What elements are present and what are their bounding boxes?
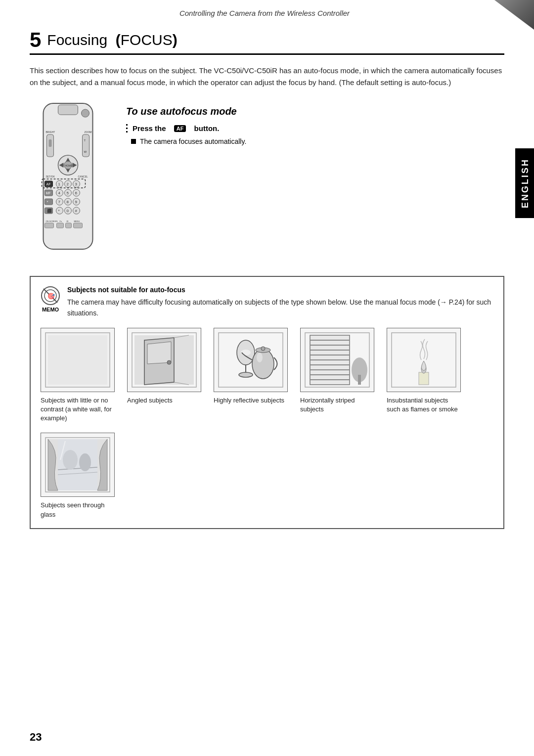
subject-label: Angled subjects [127, 396, 173, 405]
section-title-sub: FOCUS [121, 32, 173, 48]
subject-image-flame [387, 328, 461, 392]
svg-rect-94 [358, 375, 361, 385]
language-tab: ENGLISH [515, 148, 534, 218]
bullet-icon [131, 139, 136, 144]
list-item: Angled subjects [127, 328, 204, 423]
subject-image-door [127, 328, 201, 392]
memo-title: Subjects not suitable for auto-focus [67, 286, 493, 294]
remote-container: BRIGHT ZOOM T W [30, 101, 111, 261]
camera-focuses-text: The camera focuses automatically. [140, 137, 246, 145]
svg-text:W: W [84, 150, 87, 153]
memo-header: 🎯 MEMO Subjects not suitable for auto-fo… [41, 286, 493, 319]
svg-text:HOME: HOME [65, 164, 73, 167]
svg-text:1: 1 [58, 182, 61, 186]
svg-text:0: 0 [67, 209, 69, 213]
memo-content: Subjects not suitable for auto-focus The… [67, 286, 493, 319]
svg-text:6: 6 [75, 191, 78, 195]
main-content: 5 Focusing (FOCUS) This section describe… [30, 30, 504, 736]
svg-rect-57 [66, 223, 72, 228]
section-title: Focusing (FOCUS) [47, 32, 177, 48]
memo-box: 🎯 MEMO Subjects not suitable for auto-fo… [30, 276, 504, 529]
press-label: Press the [133, 124, 166, 133]
list-item: Subjects with little or no contrast (a w… [41, 328, 117, 423]
subject-image-glass [41, 433, 115, 497]
press-button-line: Press the AF button. [126, 124, 504, 133]
subject-image-teapot [214, 328, 288, 392]
section-title-bar: 5 Focusing (FOCUS) [30, 30, 504, 55]
svg-text:*: * [58, 209, 60, 213]
section-number: 5 [30, 30, 41, 50]
svg-text:5: 5 [67, 191, 69, 195]
svg-marker-69 [147, 342, 171, 364]
svg-text:ON SCREEN: ON SCREEN [46, 220, 58, 222]
subject-image-blank [41, 328, 115, 392]
svg-text:9: 9 [75, 200, 78, 204]
subject-label: Subjects with little or no contrast (a w… [41, 396, 117, 423]
svg-text:7: 7 [58, 200, 61, 204]
autofocus-title: To use autofocus mode [126, 106, 504, 117]
list-item: Subjects seen through glass [41, 433, 117, 519]
autofocus-instructions: To use autofocus mode Press the AF butto… [126, 101, 504, 261]
list-item: Insubstantial subjects such as flames or… [387, 328, 463, 423]
svg-rect-58 [74, 223, 83, 228]
svg-rect-6 [49, 139, 52, 147]
svg-rect-65 [48, 335, 107, 385]
svg-point-77 [239, 372, 253, 377]
svg-rect-35 [45, 199, 53, 205]
corner-decoration [494, 0, 534, 30]
svg-text:SET/OK: SET/OK [46, 175, 55, 178]
svg-text:MF: MF [46, 191, 51, 195]
list-item: Highly reflective subjects [214, 328, 290, 423]
remote-control-image: BRIGHT ZOOM T W [30, 101, 106, 259]
svg-rect-7 [83, 134, 89, 157]
svg-rect-56 [57, 223, 64, 228]
svg-text:*: * [47, 200, 48, 204]
subject-label: Horizontally striped subjects [300, 396, 377, 414]
svg-text:AF: AF [46, 182, 51, 186]
svg-text:Fn: Fn [60, 220, 62, 222]
svg-text:CANCEL: CANCEL [78, 175, 89, 178]
af-badge: AF [174, 125, 186, 132]
page-number: 23 [30, 731, 534, 744]
subject-label: Subjects seen through glass [41, 501, 117, 519]
svg-text:4: 4 [58, 191, 61, 195]
svg-text:2: 2 [67, 182, 69, 186]
svg-rect-1 [58, 105, 78, 115]
svg-point-2 [82, 109, 89, 117]
list-item: Horizontally striped subjects [300, 328, 377, 423]
svg-text:T: T [84, 139, 86, 142]
svg-text:3: 3 [75, 182, 78, 186]
svg-rect-55 [45, 223, 54, 228]
svg-text:#: # [75, 209, 78, 213]
svg-rect-96 [419, 372, 429, 385]
memo-label: MEMO [42, 307, 59, 312]
svg-text:ID: ID [67, 220, 69, 222]
page-header: Controlling the Camera from the Wireless… [40, 9, 490, 17]
svg-point-81 [257, 353, 263, 362]
svg-text:ZOOM: ZOOM [85, 131, 92, 133]
svg-point-78 [252, 349, 274, 379]
svg-point-80 [261, 347, 265, 351]
svg-point-70 [167, 360, 171, 364]
memo-icon: 🎯 [41, 286, 60, 306]
subject-label: Insubstantial subjects such as flames or… [387, 396, 463, 414]
camera-focuses-line: The camera focuses automatically. [131, 137, 504, 145]
intro-paragraph: This section describes how to focus on t… [30, 65, 504, 89]
svg-text:🎯: 🎯 [47, 292, 55, 300]
svg-text:8: 8 [67, 200, 69, 204]
autofocus-section: BRIGHT ZOOM T W [30, 101, 504, 261]
button-suffix: button. [194, 124, 220, 133]
svg-text:BRIGHT: BRIGHT [46, 131, 55, 133]
svg-text:⬛: ⬛ [47, 208, 52, 213]
subjects-grid: Subjects with little or no contrast (a w… [41, 328, 493, 519]
memo-icon-container: 🎯 MEMO [41, 286, 60, 312]
memo-text: The camera may have difficulty focusing … [67, 297, 493, 319]
svg-text:MENU: MENU [74, 220, 80, 222]
subject-label: Highly reflective subjects [214, 396, 284, 405]
subject-image-stripes [300, 328, 374, 392]
